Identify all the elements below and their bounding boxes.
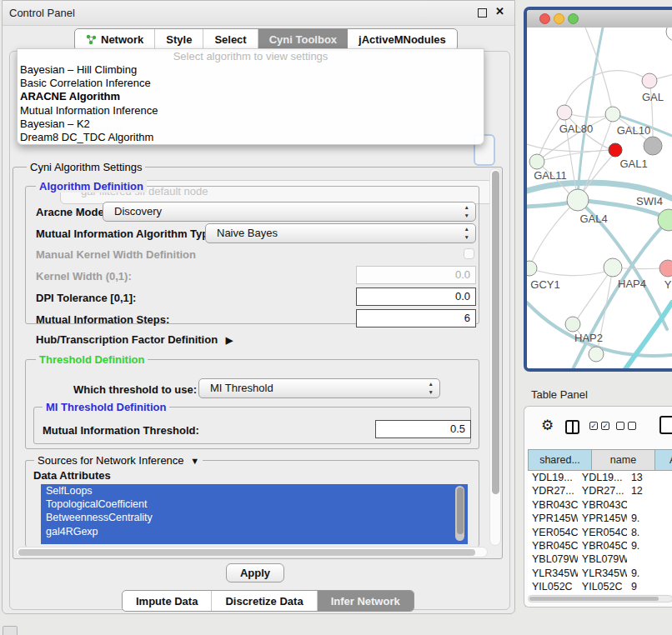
table-row[interactable]: YBL079WYBL079W: [528, 552, 672, 566]
data-attributes-list[interactable]: SelfLoopsTopologicalCoefficientBetweenne…: [41, 484, 468, 544]
algorithm-option[interactable]: ARACNE Algorithm: [18, 90, 484, 103]
tab-style[interactable]: Style: [155, 29, 203, 50]
zoom-traffic-light[interactable]: [568, 13, 579, 24]
table-cell: YDR27...: [528, 484, 578, 498]
mi-steps-field[interactable]: 6: [356, 309, 476, 328]
gear-icon[interactable]: ⚙: [541, 417, 554, 434]
table-cell: YER054C: [578, 526, 627, 539]
tab-network-label: Network: [101, 33, 143, 46]
attribute-item[interactable]: TopologicalCoefficient: [41, 498, 468, 511]
attributes-scrollbar[interactable]: [455, 486, 464, 541]
network-node[interactable]: [527, 261, 537, 276]
manual-kernel-checkbox[interactable]: [464, 248, 474, 259]
dpi-tolerance-field[interactable]: 0.0: [356, 288, 476, 306]
network-node[interactable]: [557, 105, 572, 120]
checked-box-icon[interactable]: ✓: [589, 422, 598, 430]
network-node[interactable]: [567, 189, 589, 211]
bottom-tabbar: Impute Data Discretize Data Infer Networ…: [122, 590, 414, 612]
network-edge[interactable]: [529, 268, 608, 276]
table-row[interactable]: YDR27...YDR27...12: [528, 484, 672, 498]
network-node[interactable]: [605, 107, 620, 122]
table-cell: YBL079W: [528, 552, 578, 566]
expand-right-icon: ▶: [226, 335, 233, 345]
table-row[interactable]: YBR045CYBR045C9.: [528, 539, 672, 552]
tab-network[interactable]: Network: [75, 29, 155, 50]
stepper-icon: ▲▼: [429, 380, 434, 397]
tab-infer-network[interactable]: Infer Network: [318, 591, 414, 611]
network-node[interactable]: [659, 260, 672, 277]
network-node[interactable]: [589, 347, 604, 362]
aracne-mode-combo[interactable]: Discovery ▲▼: [103, 202, 476, 222]
algorithm-option[interactable]: Basic Correlation Inference: [18, 77, 484, 90]
column-header-partial[interactable]: A: [655, 449, 672, 471]
table-cell: YDL19...: [528, 471, 578, 484]
network-node[interactable]: [604, 258, 622, 277]
table-cell: YBR043C: [578, 498, 627, 512]
algorithm-option[interactable]: Bayesian – K2: [18, 118, 484, 131]
unchecked-box-icon[interactable]: [616, 422, 624, 430]
table-row[interactable]: YDL19...YDL19...13: [528, 471, 672, 484]
settings-horizontal-scrollbar[interactable]: [16, 547, 488, 558]
network-edge[interactable]: [531, 200, 578, 263]
network-node[interactable]: [642, 73, 657, 88]
tab-jactivemnodules[interactable]: jActiveMNodules: [348, 29, 457, 50]
network-edge[interactable]: [573, 220, 669, 369]
table-cell: YLR345W: [578, 567, 627, 580]
table-row[interactable]: YLR345WYLR345W9.: [528, 567, 672, 580]
table-row[interactable]: YER054CYER054C8.: [528, 526, 672, 539]
network-node[interactable]: [609, 143, 622, 157]
mi-threshold-field[interactable]: 0.5: [375, 420, 471, 438]
close-panel-icon[interactable]: ✕: [495, 5, 504, 18]
network-node-label: GAL4: [579, 212, 607, 225]
tab-cyni-toolbox[interactable]: Cyni Toolbox: [258, 29, 348, 50]
table-cell: 13: [627, 471, 672, 484]
table-body: YDL19...YDL19...13YDR27...YDR27...12YBR0…: [528, 471, 672, 594]
table-cell: 12: [627, 484, 672, 498]
float-window-icon[interactable]: [478, 8, 487, 18]
dpi-tolerance-label: DPI Tolerance [0,1]:: [36, 292, 136, 304]
settings-vertical-scrollbar[interactable]: [489, 168, 501, 546]
table-row[interactable]: YPR145WYPR145W9.: [528, 512, 672, 525]
kernel-width-field[interactable]: 0.0: [356, 266, 476, 284]
minimize-traffic-light[interactable]: [554, 13, 564, 24]
network-node-label: HAP2: [574, 332, 603, 344]
table-horizontal-scrollbar[interactable]: [528, 595, 672, 602]
checked-box-icon[interactable]: ✓: [601, 422, 609, 430]
sources-title[interactable]: Sources for Network Inference ▼: [34, 454, 203, 467]
algorithm-option[interactable]: Mutual Information Inference: [18, 104, 484, 118]
mi-steps-label: Mutual Information Steps:: [36, 313, 169, 326]
tab-select[interactable]: Select: [203, 29, 258, 50]
algorithm-option[interactable]: Dream8 DC_TDC Algorithm: [18, 131, 484, 144]
network-canvas[interactable]: GALGAL80GAL10GAL1GAL11GAL4SWI4GCY1HAP4YH…: [527, 28, 672, 369]
apply-button[interactable]: Apply: [226, 563, 284, 582]
column-header-name[interactable]: name: [592, 449, 655, 471]
close-traffic-light[interactable]: [539, 13, 550, 24]
network-edge[interactable]: [625, 302, 672, 369]
tab-impute-data[interactable]: Impute Data: [123, 591, 212, 611]
network-node[interactable]: [644, 137, 662, 155]
table-cell: YPR145W: [528, 512, 578, 525]
attribute-item[interactable]: SelfLoops: [41, 484, 468, 498]
table-row[interactable]: YIL052CYIL052C9: [528, 580, 672, 593]
hub-definition-toggle[interactable]: Hub/Transcription Factor Definition ▶: [36, 333, 233, 346]
unchecked-box-icon[interactable]: [628, 422, 636, 430]
algorithm-option[interactable]: Bayesian – Hill Climbing: [18, 63, 484, 77]
attribute-item[interactable]: BetweennessCentrality: [41, 511, 468, 524]
attribute-item[interactable]: gal4RGexp: [41, 525, 468, 538]
new-table-icon[interactable]: [659, 416, 672, 434]
mi-type-combo[interactable]: Naive Bayes ▲▼: [205, 223, 476, 243]
network-node[interactable]: [529, 154, 544, 169]
network-edge[interactable]: [578, 28, 603, 200]
tab-discretize-data[interactable]: Discretize Data: [212, 591, 317, 611]
network-node[interactable]: [565, 317, 580, 332]
network-node-label: GAL11: [534, 169, 567, 182]
table-panel-title: Table Panel: [531, 388, 588, 401]
network-node[interactable]: [666, 28, 672, 41]
control-panel-window: Control Panel ✕ Network Style Select Cyn…: [2, 0, 515, 614]
table-cell: YBR043C: [528, 498, 578, 512]
split-columns-icon[interactable]: [565, 420, 579, 434]
column-header-shared[interactable]: shared...: [528, 449, 592, 471]
collapsed-panel-icon[interactable]: [3, 626, 18, 635]
table-row[interactable]: YBR043CYBR043C: [528, 498, 672, 512]
which-threshold-combo[interactable]: MI Threshold ▲▼: [198, 378, 440, 398]
